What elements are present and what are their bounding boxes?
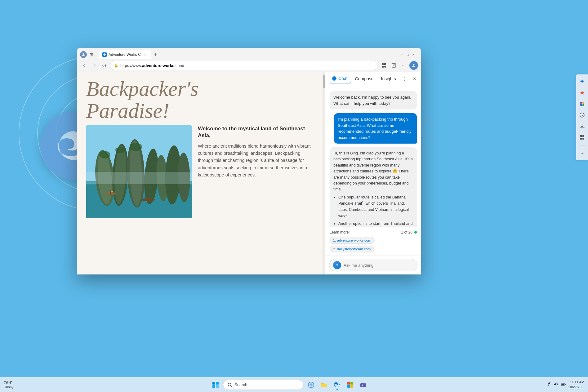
forward-button[interactable]: [90, 61, 99, 70]
account-nav-button[interactable]: [390, 61, 398, 70]
taskbar-store[interactable]: [345, 379, 356, 390]
sidebar-close-icon: ×: [413, 76, 416, 82]
taskbar-file-explorer[interactable]: [318, 379, 330, 390]
tab-close-button[interactable]: ×: [143, 52, 148, 57]
sidebar-history-button[interactable]: [577, 110, 587, 120]
forward-icon: [92, 63, 96, 68]
learn-link-2[interactable]: 2. dailystorystream.com: [330, 246, 374, 252]
extensions-icon: [381, 63, 386, 68]
svg-rect-35: [582, 138, 584, 140]
sidebar-collections-button[interactable]: [577, 99, 587, 109]
windows-logo: [212, 382, 219, 388]
new-tab-button[interactable]: +: [151, 51, 160, 59]
svg-rect-29: [580, 104, 582, 106]
svg-rect-22: [110, 190, 111, 195]
svg-rect-42: [347, 385, 350, 388]
svg-rect-25: [148, 196, 148, 201]
extensions-button[interactable]: [380, 61, 388, 70]
win-logo-q1: [212, 382, 215, 385]
minimize-button[interactable]: ─: [400, 52, 404, 57]
taskbar-right: 11:11 AM 10/27/20...: [541, 380, 588, 390]
svg-point-39: [310, 384, 312, 385]
chat-area[interactable]: Welcome back. I'm happy to see you again…: [325, 86, 421, 227]
chat-input-field[interactable]: [344, 263, 413, 268]
tab-favicon-icon: [103, 53, 106, 56]
browser-content: Backpacker's Paradise!: [77, 72, 421, 274]
sidebar-downloads-button[interactable]: [577, 122, 587, 131]
search-icon: [228, 383, 232, 387]
battery-icon[interactable]: [560, 382, 567, 388]
taskbar-cortana[interactable]: [305, 379, 317, 390]
bing-response-bullets: One popular route is called the Banana P…: [338, 194, 413, 227]
svg-point-47: [548, 385, 549, 386]
sidebar-more-icon: ⋮: [402, 76, 407, 82]
sidebar-more-button[interactable]: ⋮: [400, 74, 409, 83]
profile-nav-button[interactable]: [409, 61, 418, 70]
teams-icon: T: [360, 381, 367, 388]
learn-more-label: Learn more:: [330, 230, 350, 234]
svg-point-3: [384, 66, 386, 68]
file-explorer-icon: [321, 381, 327, 388]
learn-link-1[interactable]: 1. adventure-works.com: [330, 237, 375, 244]
weather-condition: Sunny: [4, 385, 13, 389]
sidebar-favorites-button[interactable]: [577, 88, 587, 97]
insights-tab-label: Insights: [381, 76, 396, 81]
back-button[interactable]: [80, 61, 89, 70]
lock-icon: 🔒: [114, 63, 118, 68]
hero-image: [86, 125, 192, 218]
sidebar-close-button[interactable]: ×: [410, 74, 419, 83]
user-message-1: I'm planning a backpacking trip through …: [334, 113, 417, 144]
network-icon[interactable]: [545, 381, 551, 388]
bing-sparkle-icon: [335, 263, 339, 267]
tab-strip: Adventure Works C × +: [96, 50, 399, 59]
taskbar-teams[interactable]: T: [358, 379, 369, 390]
scrollbar-thumb: [323, 75, 325, 88]
sidebar-tab-chat[interactable]: Chat: [329, 74, 351, 83]
svg-rect-30: [582, 104, 584, 106]
vertical-tabs-button[interactable]: ⊞: [88, 51, 95, 58]
edge-taskbar-icon: [334, 381, 341, 388]
page-hero: Backpacker's Paradise!: [77, 72, 325, 274]
sidebar-apps-button[interactable]: [577, 133, 587, 142]
right-vertical-sidebar: [576, 74, 588, 160]
volume-icon[interactable]: [553, 381, 559, 388]
refresh-button[interactable]: [100, 61, 109, 70]
bing-message-2: Hi, this is Bing. I'm glad you're planni…: [330, 147, 417, 227]
svg-rect-34: [580, 138, 582, 140]
url-display: https://www.adventure-works.com/: [120, 63, 374, 68]
bing-message-1-text: Welcome back. I'm happy to see you again…: [333, 95, 411, 106]
bing-sidebar: Chat Compose Insights ⋮ ×: [325, 72, 421, 274]
page-scrollbar[interactable]: [323, 72, 325, 274]
svg-point-19: [115, 147, 125, 153]
learn-more-links: 1. adventure-works.com 2. dailystorystre…: [330, 237, 417, 252]
address-bar[interactable]: 🔒 https://www.adventure-works.com/: [110, 61, 378, 70]
learn-more-header: Learn more: 1 of 20: [330, 230, 417, 234]
close-button[interactable]: ✕: [411, 52, 416, 57]
svg-rect-33: [582, 135, 584, 137]
svg-point-46: [363, 383, 365, 385]
sidebar-expand-button[interactable]: [577, 149, 587, 158]
sidebar-tab-compose[interactable]: Compose: [352, 74, 377, 83]
start-button[interactable]: [210, 379, 221, 390]
taskbar-search[interactable]: Search: [223, 380, 304, 390]
taskbar-center: Search: [37, 379, 541, 390]
active-tab[interactable]: Adventure Works C ×: [99, 50, 151, 59]
weather-widget[interactable]: 78°F Sunny: [4, 381, 13, 389]
profile-button[interactable]: [80, 51, 87, 58]
bing-dot-icon: [332, 76, 336, 81]
sidebar-copilot-button[interactable]: [577, 77, 587, 86]
nav-bar: 🔒 https://www.adventure-works.com/: [77, 59, 421, 72]
network-svg-icon: [546, 382, 550, 386]
svg-rect-2: [382, 66, 384, 68]
sidebar-tab-insights[interactable]: Insights: [378, 74, 399, 83]
battery-svg-icon: [561, 383, 566, 386]
window-controls: ─ □ ✕: [400, 52, 416, 57]
maximize-button[interactable]: □: [406, 52, 410, 57]
cortana-icon: [308, 381, 314, 388]
taskbar-edge[interactable]: [332, 379, 343, 390]
profile-nav-icon: [412, 63, 416, 68]
search-placeholder: Search: [234, 382, 247, 387]
hero-title-line2: Paradise!: [86, 99, 169, 122]
system-clock[interactable]: 11:11 AM 10/27/20...: [568, 380, 584, 390]
more-button[interactable]: ···: [399, 61, 408, 70]
